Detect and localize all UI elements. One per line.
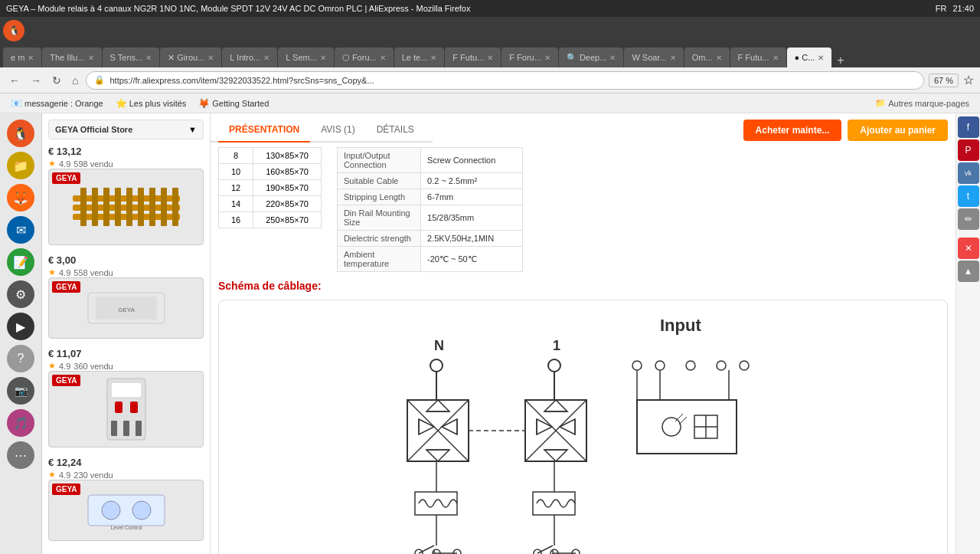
svg-rect-4	[92, 188, 98, 226]
pinterest-button[interactable]: P	[958, 139, 979, 161]
tab-intro[interactable]: L Intro... ✕	[222, 48, 277, 67]
product-1-image[interactable]: GEYA	[48, 169, 204, 245]
spec-key: Suitable Cable	[337, 173, 420, 189]
terminal-icon[interactable]: ▶	[7, 313, 34, 340]
tab-futu1[interactable]: F Futu... ✕	[445, 48, 501, 67]
tab-om[interactable]: Om... ✕	[684, 48, 730, 67]
close-overlay-button[interactable]: ✕	[958, 238, 979, 259]
twitter-button[interactable]: t	[958, 185, 979, 207]
visited-icon: ⭐	[116, 98, 127, 109]
tab-tens-close[interactable]: ✕	[145, 54, 152, 62]
spec-key: Dielectric strength	[337, 231, 420, 247]
tab-foru2[interactable]: F Foru... ✕	[501, 48, 558, 67]
zoom-level[interactable]: 67 %	[929, 74, 959, 87]
tab-em[interactable]: e m ✕	[3, 48, 41, 67]
tab-foru2-close[interactable]: ✕	[544, 54, 550, 62]
tab-sem-label: L Sem...	[286, 53, 317, 62]
url-text: https://fr.aliexpress.com/item/329220335…	[109, 76, 915, 85]
tab-futu2-close[interactable]: ✕	[773, 54, 779, 62]
more-apps-icon[interactable]: ⋯	[7, 441, 34, 469]
tab-illu-label: The Illu...	[50, 53, 84, 62]
size-table-row: 12190×85×70	[219, 180, 322, 196]
product-4-image[interactable]: GEYA Level Control	[48, 480, 204, 541]
facebook-button[interactable]: f	[958, 116, 979, 138]
files-icon[interactable]: 📁	[7, 152, 34, 179]
tab-illu-close[interactable]: ✕	[88, 54, 94, 62]
tab-current[interactable]: ● C... ✕	[787, 48, 832, 67]
tab-tens[interactable]: S Tens... ✕	[103, 48, 160, 67]
tab-presentation[interactable]: PRÉSENTATION	[218, 118, 310, 143]
buy-button[interactable]: Acheter mainte...	[743, 120, 842, 141]
geya-logo-3: GEYA	[52, 375, 80, 386]
home-button[interactable]: ⌂	[69, 73, 81, 88]
tab-em-close[interactable]: ✕	[28, 54, 34, 62]
tab-girou[interactable]: ✕ Girou... ✕	[160, 48, 221, 67]
svg-rect-3	[80, 188, 87, 226]
reload-button[interactable]: ↻	[49, 73, 64, 88]
music-icon[interactable]: 🎵	[7, 409, 34, 437]
libreoffice-icon[interactable]: 📝	[7, 248, 34, 276]
spec-key: Stripping Length	[337, 189, 420, 205]
new-tab-button[interactable]: +	[832, 54, 848, 67]
product-card-3: € 11,07 ★ 4.9 360 vendu GEYA	[48, 348, 204, 447]
tab-details-label: DÉTAILS	[377, 124, 414, 135]
tab-sem[interactable]: L Sem... ✕	[278, 48, 334, 67]
wiring-section: Schéma de câblage: Input N 1	[211, 280, 956, 554]
bookmark-others-label: Autres marque-pages	[888, 99, 969, 108]
tab-avis[interactable]: AVIS (1)	[310, 118, 365, 143]
tab-presentation-label: PRÉSENTATION	[229, 124, 299, 135]
vk-button[interactable]: vk	[958, 162, 979, 184]
bookmark-visited-label: Les plus visités	[129, 99, 187, 108]
scroll-up-button[interactable]: ▲	[958, 261, 979, 282]
tab-illu[interactable]: The Illu... ✕	[42, 48, 101, 67]
tab-soar[interactable]: W Soar... ✕	[624, 48, 683, 67]
address-box[interactable]: 🔒 https://fr.aliexpress.com/item/3292203…	[86, 71, 923, 90]
product-2-image[interactable]: GEYA GEYA	[48, 277, 204, 339]
settings-icon[interactable]: ⚙	[7, 280, 34, 308]
tab-girou-close[interactable]: ✕	[207, 54, 214, 62]
tab-futu1-label: F Futu...	[452, 53, 484, 62]
tab-current-close[interactable]: ✕	[818, 54, 824, 62]
tab-futu1-close[interactable]: ✕	[487, 54, 493, 62]
tab-avis-label: AVIS (1)	[321, 124, 354, 135]
bookmark-visited[interactable]: ⭐ Les plus visités	[111, 97, 191, 110]
bookmark-started[interactable]: 🦊 Getting Started	[194, 97, 273, 110]
svg-rect-5	[103, 188, 109, 226]
back-button[interactable]: ←	[6, 73, 23, 88]
ubuntu-icon[interactable]: 🐧	[3, 20, 24, 41]
edit-button[interactable]: ✏	[958, 208, 979, 230]
tab-foru1-close[interactable]: ✕	[380, 54, 386, 62]
svg-rect-61	[637, 400, 737, 454]
firefox-icon[interactable]: 🦊	[7, 184, 34, 211]
svg-text:1: 1	[553, 338, 560, 353]
screenshot-icon[interactable]: 📷	[7, 377, 34, 405]
tab-sem-close[interactable]: ✕	[320, 54, 326, 62]
bookmark-star-icon[interactable]: ☆	[963, 73, 974, 87]
tab-lete[interactable]: Le te... ✕	[394, 48, 445, 67]
store-selector[interactable]: GEYA Official Store ▼	[48, 120, 204, 139]
specs-table-row: Suitable Cable0.2 ~ 2.5mm²	[337, 173, 523, 189]
tab-intro-close[interactable]: ✕	[263, 54, 270, 62]
tab-lete-close[interactable]: ✕	[430, 54, 436, 62]
bookmark-orange[interactable]: 📧 messagerie : Orange	[6, 97, 108, 110]
tab-deep-close[interactable]: ✕	[609, 54, 616, 62]
forward-button[interactable]: →	[28, 73, 44, 88]
tab-om-close[interactable]: ✕	[716, 54, 722, 62]
svg-rect-17	[115, 402, 122, 413]
help-icon[interactable]: ?	[7, 345, 34, 372]
product-3-stars: ★	[48, 361, 56, 371]
tab-futu2[interactable]: F Futu... ✕	[730, 48, 786, 67]
tab-deep[interactable]: 🔍 Deep... ✕	[559, 48, 624, 67]
bookmark-others[interactable]: 📁 Autres marque-pages	[871, 97, 974, 110]
product-header: PRÉSENTATION AVIS (1) DÉTAILS Acheter ma…	[211, 113, 956, 147]
bookmarks-bar: 📧 messagerie : Orange ⭐ Les plus visités…	[0, 93, 980, 113]
tab-details[interactable]: DÉTAILS	[366, 118, 425, 143]
product-3-image[interactable]: GEYA	[48, 371, 204, 447]
svg-rect-8	[138, 188, 144, 226]
tab-soar-close[interactable]: ✕	[670, 54, 676, 62]
ubuntu-launcher-icon[interactable]: 🐧	[7, 120, 34, 147]
tab-current-label: ● C...	[795, 53, 815, 62]
thunderbird-icon[interactable]: ✉	[7, 216, 34, 244]
tab-foru1[interactable]: ⬡ Foru... ✕	[335, 48, 394, 67]
cart-button[interactable]: Ajouter au panier	[848, 120, 948, 141]
